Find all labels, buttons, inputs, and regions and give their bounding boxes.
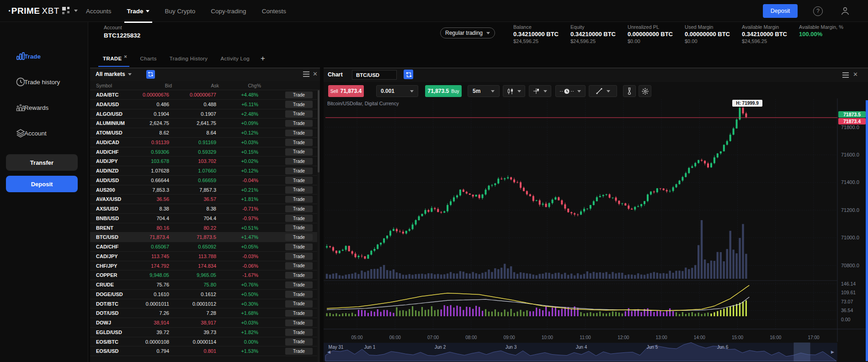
trade-button[interactable]: Trade (285, 234, 313, 241)
market-row-btc-usd[interactable]: BTC/USD71,873.471,873.5+1.47%Trade (90, 232, 317, 242)
nav-item-copy-trading[interactable]: Copy-trading (211, 0, 246, 22)
market-row-aud-chf[interactable]: AUD/CHF0.593060.59329+0.15%Trade (90, 147, 317, 157)
trade-button[interactable]: Trade (285, 130, 313, 137)
sidebar-item-trade-history[interactable]: Trade history (0, 73, 88, 91)
trade-button[interactable]: Trade (285, 262, 313, 270)
col-symbol[interactable]: Symbol (96, 83, 112, 88)
trade-button[interactable]: Trade (285, 338, 313, 346)
chart-symbol-input[interactable] (352, 70, 397, 80)
sell-button[interactable]: Sell 71,873.4 (328, 85, 364, 97)
trade-button[interactable]: Trade (285, 110, 313, 118)
crosshair-dropdown[interactable] (529, 85, 551, 97)
market-row-axs-usd[interactable]: AXS/USD8.388.38-0.71%Trade (90, 204, 317, 214)
trade-button[interactable]: Trade (285, 167, 313, 175)
market-row-chf-jpy[interactable]: CHF/JPY174.792174.834-0.06%Trade (90, 261, 317, 271)
tab-charts[interactable]: Charts (140, 52, 157, 67)
trade-button[interactable]: Trade (285, 319, 313, 327)
market-row-doge-usd[interactable]: DOGE/USD0.16100.1612+0.50%Trade (90, 290, 317, 299)
nav-item-contests[interactable]: Contests (262, 0, 286, 22)
chart-settings-button[interactable] (639, 85, 651, 97)
drawing-tools-dropdown[interactable] (589, 85, 617, 97)
markets-close-icon[interactable]: ✕ (313, 70, 318, 77)
trade-button[interactable]: Trade (285, 139, 313, 146)
market-row-ada-btc[interactable]: ADA/BTC0.000006760.00000677+4.48%Trade (90, 90, 317, 100)
markets-menu-icon[interactable] (303, 71, 309, 77)
trade-button[interactable]: Trade (285, 92, 313, 99)
tab-close-icon[interactable]: ✕ (124, 54, 128, 59)
time-sync-dropdown[interactable] (555, 85, 586, 97)
market-row-aus200[interactable]: AUS2007,853.37,857.3+0.21%Trade (90, 185, 317, 195)
market-row-algo-usd[interactable]: ALGO/USD0.19040.1907+2.48%Trade (90, 109, 317, 119)
market-row-avax-usd[interactable]: AVAX/USD36.5636.57+1.81%Trade (90, 195, 317, 204)
market-row-aud-cad[interactable]: AUD/CAD0.911390.91169+0.03%Trade (90, 138, 317, 147)
trade-button[interactable]: Trade (285, 196, 313, 203)
nav-item-accounts[interactable]: Accounts (86, 0, 112, 22)
sidebar-item-account[interactable]: Account (0, 124, 88, 142)
compare-symbols-icon[interactable] (146, 70, 155, 79)
trade-button[interactable]: Trade (285, 300, 313, 308)
col-ask[interactable]: Ask (211, 83, 219, 88)
market-row-eos-btc[interactable]: EOS/BTC0.00001080.00001140.00%Trade (90, 337, 317, 347)
col-bid[interactable]: Bid (165, 83, 172, 88)
trade-button[interactable]: Trade (285, 148, 313, 156)
chart-type-dropdown[interactable] (503, 85, 525, 97)
trade-button[interactable]: Trade (285, 348, 313, 355)
col-chg[interactable]: Chg% (248, 83, 261, 88)
trade-button[interactable]: Trade (285, 120, 313, 127)
market-row-dot-btc[interactable]: DOT/BTC0.00010110.0001012+0.30%Trade (90, 299, 317, 309)
transfer-button[interactable]: Transfer (6, 154, 78, 171)
primexbt-logo[interactable]: ·PRIMEXBT (8, 6, 59, 16)
market-row-copper[interactable]: COPPER9,948.059,965.05-1.67%Trade (90, 270, 317, 280)
market-row-bnb-usd[interactable]: BNB/USD704.4704.4-0.97%Trade (90, 214, 317, 223)
market-row-ada-usd[interactable]: ADA/USD0.4860.488+6.11%Trade (90, 100, 317, 109)
market-row-dowj[interactable]: DOWJ38,91438,917+0.03%Trade (90, 318, 317, 328)
trade-button[interactable]: Trade (285, 224, 313, 232)
market-row-aluminium[interactable]: ALUMINIUM2,624.752,641.75+0.09%Trade (90, 119, 317, 128)
market-row-brent[interactable]: BRENT80.1680.22+0.51%Trade (90, 223, 317, 233)
market-row-egld-usd[interactable]: EGLD/USD39.7239.73+1.82%Trade (90, 328, 317, 337)
nav-item-trade[interactable]: Trade (127, 0, 149, 22)
market-row-aud-usd[interactable]: AUD/USD0.666440.66659-0.04%Trade (90, 176, 317, 185)
timeframe-dropdown[interactable]: 5m (468, 85, 500, 97)
market-row-aud-jpy[interactable]: AUD/JPY103.678103.702+0.02%Trade (90, 157, 317, 166)
account-id[interactable]: BTC1225832 (104, 32, 140, 39)
apps-grid-icon[interactable] (62, 6, 79, 16)
sidebar-item-trade[interactable]: Trade (0, 47, 88, 65)
sidebar-item-rewards[interactable]: Rewards (0, 98, 88, 117)
deposit-button-sidebar[interactable]: Deposit (6, 176, 78, 192)
market-row-cad-jpy[interactable]: CAD/JPY113.745113.788-0.03%Trade (90, 252, 317, 261)
market-row-aud-nzd[interactable]: AUD/NZD1.076281.07660+0.12%Trade (90, 166, 317, 176)
chart-compare-icon[interactable] (404, 70, 413, 79)
market-row-atom-usd[interactable]: ATOM/USD8.628.64+0.12%Trade (90, 128, 317, 138)
markets-scrollbar[interactable] (318, 90, 320, 362)
tab-activity-log[interactable]: Activity Log (220, 52, 250, 67)
chart-menu-icon[interactable] (842, 72, 849, 78)
trade-button[interactable]: Trade (285, 158, 313, 165)
user-icon[interactable] (840, 6, 850, 16)
deposit-button-top[interactable]: Deposit (763, 4, 798, 18)
trade-button[interactable]: Trade (285, 205, 313, 213)
tab-trade[interactable]: TRADE✕ (103, 52, 128, 67)
trade-button[interactable]: Trade (285, 272, 313, 279)
trade-button[interactable]: Trade (285, 215, 313, 222)
chart-close-icon[interactable]: ✕ (853, 71, 858, 78)
market-row-eos-usd[interactable]: EOS/USD0.7940.801+1.53%Trade (90, 346, 317, 356)
trade-button[interactable]: Trade (285, 177, 313, 184)
market-row-dot-usd[interactable]: DOT/USD7.267.28+1.68%Trade (90, 308, 317, 318)
help-icon[interactable]: ? (813, 6, 823, 16)
indicators-button[interactable] (623, 85, 636, 97)
market-row-crude[interactable]: CRUDE75.7675.80+0.76%Trade (90, 280, 317, 290)
trade-button[interactable]: Trade (285, 101, 313, 108)
trade-button[interactable]: Trade (285, 253, 313, 260)
trade-button[interactable]: Trade (285, 291, 313, 298)
trade-button[interactable]: Trade (285, 281, 313, 289)
markets-filter-dropdown[interactable]: All markets (96, 71, 132, 77)
trade-button[interactable]: Trade (285, 329, 313, 336)
price-chart[interactable]: 71800.071600.071400.071200.071000.070800… (324, 98, 868, 362)
buy-button[interactable]: 71,873.5 Buy (425, 85, 462, 97)
trade-button[interactable]: Trade (285, 243, 313, 251)
trading-mode-select[interactable]: Regular trading (440, 27, 495, 38)
add-tab-button[interactable]: + (261, 54, 265, 65)
market-row-cad-chf[interactable]: CAD/CHF0.650670.65092+0.05%Trade (90, 242, 317, 252)
trade-button[interactable]: Trade (285, 186, 313, 194)
